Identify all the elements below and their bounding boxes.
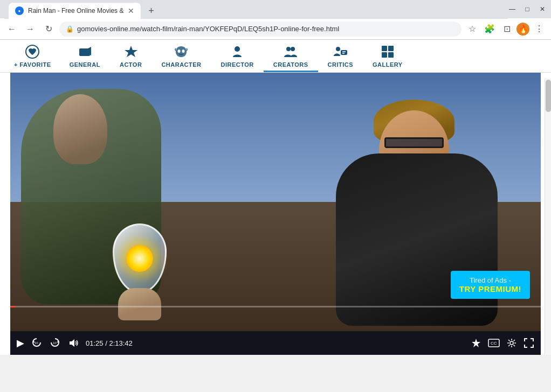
character-tab[interactable]: CHARACTER	[151, 40, 211, 72]
captions-button[interactable]: CC	[488, 339, 500, 347]
svg-rect-15	[382, 52, 387, 58]
svg-point-8	[291, 47, 295, 51]
person-icon	[230, 44, 245, 59]
nav-tabs: + FAVORITE GENERAL ACTOR C	[0, 40, 551, 73]
time-display: 01:25 / 2:13:42	[86, 339, 133, 347]
rewind-10-icon: 10	[31, 337, 43, 349]
svg-point-4	[178, 50, 181, 53]
ads-overlay[interactable]: Tired of Ads - TRY PREMIUM!	[451, 271, 530, 299]
volume-button[interactable]	[67, 337, 79, 349]
forward-button[interactable]: →	[23, 22, 38, 37]
svg-marker-21	[70, 339, 74, 347]
group-icon	[283, 44, 298, 59]
character-label: CHARACTER	[161, 61, 201, 68]
tab-favicon: ●	[15, 6, 24, 15]
director-label: DIRECTOR	[221, 61, 254, 68]
trophy-shield	[113, 223, 167, 293]
general-label: GENERAL	[70, 61, 100, 68]
settings-stars-button[interactable]	[471, 338, 481, 348]
svg-text:10: 10	[35, 341, 38, 345]
play-button[interactable]: ▶	[17, 337, 24, 349]
forward-10-button[interactable]: 10	[49, 337, 61, 349]
ads-tired-text: Tired of Ads -	[459, 276, 521, 284]
close-window-button[interactable]: ✕	[538, 5, 547, 13]
scrollbar-thumb[interactable]	[546, 80, 551, 112]
svg-rect-10	[341, 50, 347, 55]
chat-icon	[333, 44, 348, 59]
svg-rect-16	[388, 52, 394, 58]
star-icon	[123, 44, 139, 59]
camera-icon	[77, 44, 92, 59]
svg-marker-3	[125, 46, 137, 57]
svg-point-25	[510, 341, 513, 345]
video-frame[interactable]: Tired of Ads - TRY PREMIUM!	[10, 73, 541, 331]
figure-body	[336, 153, 498, 326]
address-bar[interactable]: 🔒 gomovies-online.me/watch-film/rain-man…	[59, 22, 462, 37]
maximize-button[interactable]: □	[523, 5, 532, 13]
tab-bar: ● Rain Man - Free Online Movies & ✕ +	[4, 0, 508, 19]
general-tab[interactable]: GENERAL	[60, 40, 110, 72]
video-controls: ▶ 10 10	[10, 331, 541, 355]
svg-point-9	[336, 47, 340, 51]
url-text: gomovies-online.me/watch-film/rain-man/Y…	[77, 25, 339, 33]
svg-rect-14	[388, 46, 394, 51]
title-bar: ● Rain Man - Free Online Movies & ✕ + — …	[0, 0, 551, 18]
page-content: + FAVORITE GENERAL ACTOR C	[0, 40, 551, 355]
total-time: 2:13:42	[109, 339, 132, 347]
lock-icon: 🔒	[66, 25, 74, 33]
svg-point-7	[286, 47, 291, 51]
page-scrollbar[interactable]	[545, 79, 551, 355]
svg-marker-22	[472, 339, 480, 347]
director-tab[interactable]: DIRECTOR	[211, 40, 264, 72]
trophy-glow	[126, 245, 153, 272]
video-container: Tired of Ads - TRY PREMIUM! ▶ 10	[10, 73, 541, 355]
glasses	[384, 137, 444, 148]
tab-close-button[interactable]: ✕	[128, 6, 134, 15]
window-controls: — □ ✕	[508, 5, 547, 13]
actor-label: ACTOR	[120, 61, 142, 68]
menu-icon[interactable]: ⋮	[532, 22, 547, 37]
profile-avatar[interactable]: 🔥	[516, 23, 529, 36]
gallery-tab[interactable]: GALLERY	[363, 40, 412, 72]
critics-label: CRITICS	[328, 61, 354, 68]
rewind-10-button[interactable]: 10	[31, 337, 43, 349]
volume-icon	[67, 337, 79, 349]
address-bar-row: ← → ↻ 🔒 gomovies-online.me/watch-film/ra…	[0, 18, 551, 40]
right-controls: CC	[471, 338, 534, 348]
svg-rect-13	[382, 46, 387, 51]
account-icon[interactable]: ⊡	[499, 22, 514, 37]
fullscreen-button[interactable]	[524, 338, 534, 348]
gallery-label: GALLERY	[373, 61, 403, 68]
tab-title: Rain Man - Free Online Movies &	[28, 7, 123, 15]
settings-stars-icon	[471, 338, 481, 348]
svg-text:CC: CC	[491, 341, 497, 346]
svg-text:10: 10	[53, 341, 57, 345]
forward-10-icon: 10	[49, 337, 61, 349]
back-button[interactable]: ←	[4, 22, 19, 37]
progress-bar-container[interactable]	[10, 306, 541, 307]
hands	[118, 288, 161, 320]
svg-point-5	[182, 50, 185, 53]
reload-button[interactable]: ↻	[41, 22, 56, 37]
creators-tab[interactable]: CREATORS	[264, 40, 318, 72]
heart-icon	[25, 44, 40, 59]
creators-label: CREATORS	[273, 61, 308, 68]
actor-tab[interactable]: ACTOR	[110, 40, 151, 72]
gallery-icon	[380, 44, 395, 59]
new-tab-button[interactable]: +	[143, 3, 159, 19]
ads-premium-text: TRY PREMIUM!	[459, 284, 521, 293]
extensions-icon[interactable]: 🧩	[482, 22, 497, 37]
critics-tab[interactable]: CRITICS	[318, 40, 363, 72]
gear-settings-button[interactable]	[506, 338, 517, 348]
fullscreen-icon	[524, 338, 534, 348]
captions-icon: CC	[488, 339, 500, 347]
svg-point-6	[235, 46, 240, 52]
bookmark-icon[interactable]: ☆	[465, 22, 480, 37]
minimize-button[interactable]: —	[508, 5, 516, 13]
favorite-label: + FAVORITE	[14, 61, 51, 68]
active-tab[interactable]: ● Rain Man - Free Online Movies & ✕	[9, 3, 141, 19]
mask-icon	[174, 44, 189, 59]
favorite-tab[interactable]: + FAVORITE	[5, 40, 60, 72]
gear-icon	[506, 338, 517, 348]
toolbar-icons: ☆ 🧩 ⊡ 🔥 ⋮	[465, 22, 547, 37]
